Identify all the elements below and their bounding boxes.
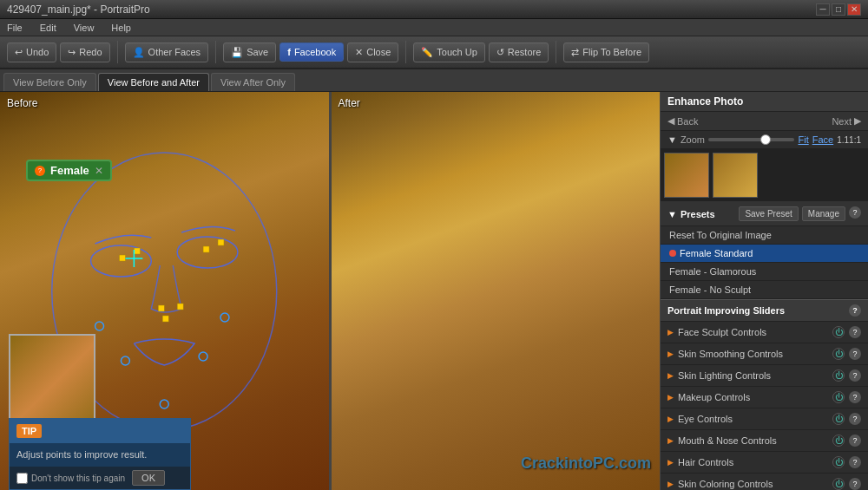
slider-item-left-0: ▶ Face Sculpt Controls [667,327,766,337]
zoom-row: ▼ Zoom Fit Face 1.11:1 [661,131,868,149]
before-panel: Before [0,92,329,490]
tab-view-after-only[interactable]: View After Only [211,73,295,91]
slider-item-7[interactable]: ▶ Skin Coloring Controls ⏻ ? [661,474,868,490]
slider-arrow-icon-0: ▶ [667,328,674,336]
help-icon-2[interactable]: ? [849,369,861,382]
preset-item-glamorous[interactable]: Female - Glamorous [661,263,868,281]
titlebar: 429407_main.jpg* - PortraitPro ─ □ ✕ [0,0,868,19]
portrait-sliders-help-icon[interactable]: ? [849,304,861,317]
help-icon-0[interactable]: ? [849,326,861,338]
slider-item-4[interactable]: ▶ Eye Controls ⏻ ? [661,408,868,430]
preset-item-female-standard[interactable]: Female Standard [661,245,868,263]
tip-dont-show-checkbox[interactable] [16,473,28,484]
redo-button[interactable]: ↪ Redo [60,42,109,62]
power-icon-7[interactable]: ⏻ [832,478,845,490]
power-icon-6[interactable]: ⏻ [832,456,845,468]
slider-label-6: Hair Controls [678,457,733,467]
power-icon-3[interactable]: ⏻ [832,391,845,403]
slider-item-2[interactable]: ▶ Skin Lighting Controls ⏻ ? [661,365,868,387]
restore-button[interactable]: ↺ Restore [489,42,549,62]
menu-view[interactable]: View [70,21,98,35]
menubar: File Edit View Help [0,19,868,36]
help-icon-1[interactable]: ? [849,348,861,360]
svg-point-13 [199,352,207,361]
presets-label: ▼ Presets [667,209,715,219]
tab-view-before-after[interactable]: View Before and After [98,73,209,91]
help-icon-7[interactable]: ? [849,478,861,490]
close-window-button[interactable]: ✕ [847,3,861,16]
toolbar-separator-4 [556,41,556,63]
back-button[interactable]: ◀ Back [667,115,698,127]
slider-item-right-1: ⏻ ? [832,348,861,360]
presets-help-icon[interactable]: ? [849,206,861,219]
maximize-button[interactable]: □ [832,3,845,16]
facebook-icon: f [287,47,291,57]
slider-arrow-icon-7: ▶ [667,480,674,488]
tip-badge: TIP [16,424,42,438]
facebook-button[interactable]: f Facebook [279,42,344,62]
slider-item-left-5: ▶ Mouth & Nose Controls [667,435,777,446]
slider-arrow-icon-4: ▶ [667,415,674,423]
save-preset-button[interactable]: Save Preset [739,206,798,221]
slider-item-right-7: ⏻ ? [832,478,861,490]
tip-ok-button[interactable]: OK [132,470,165,486]
touch-up-button[interactable]: ✏️ Touch Up [413,42,484,62]
presets-row: ▼ Presets Save Preset Manage ? [661,202,868,226]
right-panel: Enhance Photo ◀ Back Next ▶ ▼ Zoom Fit F… [660,92,868,490]
flip-to-before-button[interactable]: ⇄ Flip To Before [563,42,649,62]
slider-label-7: Skin Coloring Controls [678,479,773,489]
slider-item-0[interactable]: ▶ Face Sculpt Controls ⏻ ? [661,322,868,343]
preset-item-reset[interactable]: Reset To Original Image [661,226,868,245]
minimize-button[interactable]: ─ [816,3,830,16]
slider-item-right-4: ⏻ ? [832,413,861,425]
help-icon-6[interactable]: ? [849,456,861,468]
undo-button[interactable]: ↩ Undo [7,42,56,62]
slider-item-1[interactable]: ▶ Skin Smoothing Controls ⏻ ? [661,343,868,365]
svg-rect-4 [134,248,140,254]
tip-header: TIP [10,419,190,443]
thumbnail-before [664,153,709,198]
slider-item-left-3: ▶ Makeup Controls [667,392,750,402]
slider-label-0: Face Sculpt Controls [678,327,766,337]
slider-item-5[interactable]: ▶ Mouth & Nose Controls ⏻ ? [661,430,868,452]
preset-list: Reset To Original Image Female Standard … [661,226,868,299]
power-icon-5[interactable]: ⏻ [832,434,845,447]
tab-view-before-only[interactable]: View Before Only [3,73,96,91]
svg-rect-9 [162,316,168,322]
help-icon-5[interactable]: ? [849,434,861,447]
help-icon-3[interactable]: ? [849,391,861,403]
female-label-close[interactable]: ✕ [95,165,103,177]
menu-help[interactable]: Help [108,21,135,35]
zoom-slider[interactable] [708,138,794,141]
tip-box: TIP Adjust points to improve result. Don… [9,418,191,490]
preset-item-no-sculpt[interactable]: Female - No Sculpt [661,281,868,299]
slider-item-left-1: ▶ Skin Smoothing Controls [667,349,783,359]
zoom-fit-button[interactable]: Fit [798,134,808,145]
power-icon-4[interactable]: ⏻ [832,413,845,425]
redo-icon: ↪ [68,47,76,58]
power-icon-2[interactable]: ⏻ [832,369,845,382]
slider-label-1: Skin Smoothing Controls [678,349,783,359]
after-panel: After CrackintoPC.com [332,92,661,490]
power-icon-0[interactable]: ⏻ [832,326,845,338]
slider-item-left-6: ▶ Hair Controls [667,457,733,467]
zoom-thumb[interactable] [760,134,771,145]
manage-button[interactable]: Manage [802,206,845,221]
svg-rect-8 [177,304,183,310]
slider-label-3: Makeup Controls [678,392,750,402]
flip-icon: ⇄ [571,47,579,58]
save-button[interactable]: 💾 Save [223,42,276,62]
close-button[interactable]: ✕ Close [347,42,398,62]
menu-edit[interactable]: Edit [36,21,60,35]
zoom-face-button[interactable]: Face [812,134,833,145]
slider-item-3[interactable]: ▶ Makeup Controls ⏻ ? [661,387,868,408]
power-icon-1[interactable]: ⏻ [832,348,845,360]
next-button[interactable]: Next ▶ [832,115,861,127]
other-faces-button[interactable]: 👤 Other Faces [125,42,209,62]
slider-item-6[interactable]: ▶ Hair Controls ⏻ ? [661,452,868,474]
thumbnail-after [713,153,758,198]
help-icon-4[interactable]: ? [849,413,861,425]
tip-dont-show-label: Don't show this tip again [16,473,125,484]
zoom-value: 1.11:1 [837,135,861,145]
menu-file[interactable]: File [3,21,26,35]
